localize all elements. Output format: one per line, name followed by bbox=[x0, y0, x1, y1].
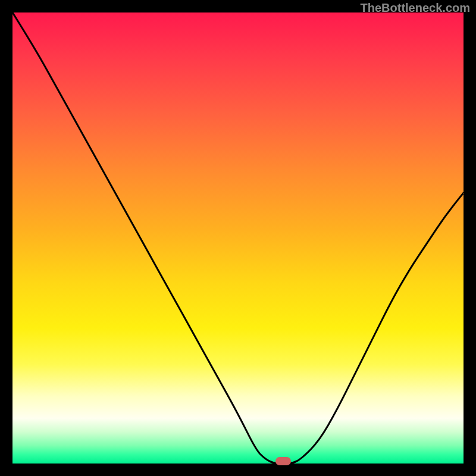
watermark-text: TheBottleneck.com bbox=[361, 1, 470, 15]
curve-svg bbox=[12, 12, 464, 464]
plot-area bbox=[12, 12, 464, 464]
optimal-marker bbox=[275, 457, 291, 465]
bottleneck-curve bbox=[12, 12, 464, 464]
chart-container: TheBottleneck.com bbox=[0, 0, 476, 476]
